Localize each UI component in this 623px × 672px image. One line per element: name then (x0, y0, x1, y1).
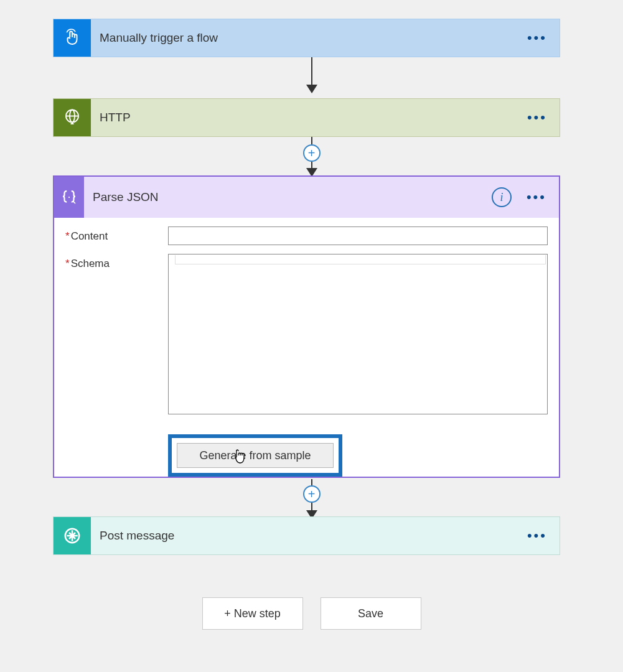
add-step-button[interactable]: + (303, 485, 321, 503)
step-title: Manually trigger a flow (91, 31, 523, 45)
step-header[interactable]: Parse JSON i ••• (54, 177, 559, 218)
step-card-http[interactable]: HTTP ••• (53, 98, 560, 137)
more-menu-icon[interactable]: ••• (523, 107, 551, 128)
parse-json-icon (54, 177, 84, 218)
info-icon[interactable]: i (492, 187, 512, 207)
field-label-schema: *Schema (65, 254, 168, 270)
more-menu-icon[interactable]: ••• (523, 187, 550, 208)
connector-arrow (306, 57, 317, 93)
field-row-schema: *Schema (65, 254, 548, 414)
flow-designer-canvas: Manually trigger a flow ••• HTTP ••• (0, 0, 623, 672)
generate-from-sample-highlight: Generate from sample (168, 434, 342, 477)
http-icon (54, 99, 91, 136)
step-title: Parse JSON (84, 190, 492, 204)
connector-arrow: + (303, 137, 321, 177)
connector-arrow: + (303, 479, 321, 519)
step-body: *Content *Schema (54, 218, 559, 429)
step-title: HTTP (91, 111, 523, 124)
new-step-button[interactable]: + New step (202, 597, 303, 630)
required-marker: * (65, 230, 70, 242)
required-marker: * (65, 258, 70, 269)
more-menu-icon[interactable]: ••• (523, 525, 551, 546)
manual-trigger-icon (54, 19, 91, 57)
save-button[interactable]: Save (321, 597, 421, 630)
svg-point-5 (68, 197, 70, 198)
step-header[interactable]: Post message ••• (54, 517, 560, 554)
more-menu-icon[interactable]: ••• (523, 27, 551, 49)
generate-from-sample-button[interactable]: Generate from sample (177, 443, 334, 468)
step-card-manual-trigger[interactable]: Manually trigger a flow ••• (53, 19, 560, 57)
post-message-icon (54, 517, 91, 554)
field-label-content: *Content (65, 226, 168, 243)
step-card-post-message[interactable]: Post message ••• (53, 516, 560, 555)
add-step-button[interactable]: + (303, 144, 321, 162)
designer-action-bar: + New step Save (0, 597, 623, 630)
field-row-content: *Content (65, 226, 548, 245)
schema-input[interactable] (168, 254, 548, 414)
step-header[interactable]: HTTP ••• (54, 99, 560, 136)
step-card-parse-json: Parse JSON i ••• *Content *Schema Genera… (53, 175, 560, 478)
content-input[interactable] (168, 226, 548, 245)
step-header[interactable]: Manually trigger a flow ••• (54, 19, 560, 57)
step-title: Post message (91, 529, 523, 543)
